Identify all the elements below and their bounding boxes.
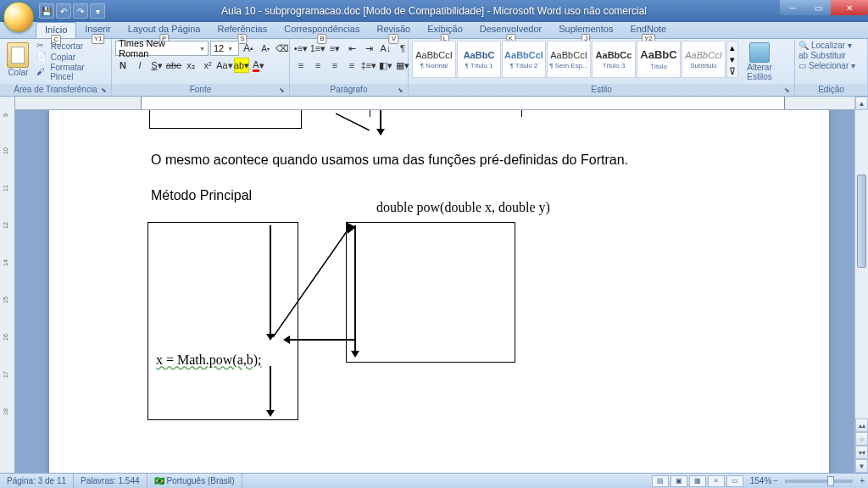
horizontal-ruler[interactable] — [15, 97, 868, 110]
multilevel-button[interactable]: ≡▾ — [327, 41, 342, 56]
font-size-combo[interactable]: 12▼ — [210, 41, 239, 56]
browse-object-button[interactable]: ○ — [855, 432, 868, 446]
document-page[interactable]: O mesmo acontece quando usamos uma das f… — [49, 110, 829, 473]
drawing-line — [336, 110, 387, 130]
underline-button[interactable]: S▾ — [149, 58, 164, 73]
fullscreen-view-button[interactable]: ▣ — [670, 475, 687, 487]
office-button[interactable] — [3, 2, 34, 32]
change-styles-button[interactable]: Alterar Estilos — [742, 41, 777, 81]
change-case-button[interactable]: Aa▾ — [217, 58, 232, 73]
tab-exibicao[interactable]: ExibiçãoL — [419, 22, 471, 38]
tab-desenvolvedor[interactable]: DesenvolvedorK — [471, 22, 550, 38]
drawing-line — [273, 222, 358, 339]
replace-button[interactable]: abSubstituir — [798, 51, 855, 60]
next-page-button[interactable]: ▾▾ — [855, 446, 868, 459]
shrink-font-button[interactable]: A▾ — [258, 41, 273, 56]
zoom-out-button[interactable]: − — [773, 476, 778, 485]
draft-view-button[interactable]: ▭ — [726, 475, 743, 487]
decrease-indent-button[interactable]: ⇤ — [344, 41, 359, 56]
qat-more[interactable]: ▾ — [90, 3, 105, 19]
find-button[interactable]: 🔍Localizar ▾ — [798, 41, 855, 50]
clipboard-dialog-launcher[interactable]: ⬊ — [101, 86, 109, 95]
superscript-button[interactable]: x² — [200, 58, 215, 73]
styles-gallery: AaBbCcI¶ Normal AaBbC¶ Título 1 AaBbCcI¶… — [412, 41, 738, 78]
maximize-button[interactable]: ▭ — [805, 0, 831, 15]
style-normal[interactable]: AaBbCcI¶ Normal — [412, 41, 456, 78]
paste-button[interactable]: Colar — [3, 41, 33, 77]
line-spacing-button[interactable]: ‡≡▾ — [361, 58, 376, 73]
qat-undo[interactable]: ↶ — [56, 3, 71, 19]
scissors-icon: ✂ — [36, 41, 48, 51]
tab-revisao[interactable]: RevisãoV — [368, 22, 419, 38]
qat-redo[interactable]: ↷ — [73, 3, 88, 19]
print-layout-view-button[interactable]: ▤ — [652, 475, 669, 487]
shading-button[interactable]: ◧▾ — [378, 58, 393, 73]
tab-layout[interactable]: Layout da PáginaP — [120, 22, 209, 38]
clear-formatting-button[interactable]: ⌫ — [275, 41, 290, 56]
drawing-box-func — [346, 222, 515, 363]
subscript-button[interactable]: x₂ — [183, 58, 198, 73]
justify-button[interactable]: ≡ — [344, 58, 359, 73]
style-titulo2[interactable]: AaBbCcI¶ Título 2 — [502, 41, 546, 78]
tab-correspondencias[interactable]: CorrespondênciasB — [275, 22, 368, 38]
prev-page-button[interactable]: ▴▴ — [855, 419, 868, 432]
style-titulo1[interactable]: AaBbC¶ Título 1 — [457, 41, 501, 78]
numbering-button[interactable]: 1≡▾ — [310, 41, 326, 56]
styles-more-button[interactable]: ▴▾⊽ — [726, 41, 738, 78]
drawing-arrow — [270, 366, 271, 413]
paragraph-dialog-launcher[interactable]: ⬊ — [398, 86, 406, 95]
highlight-button[interactable]: ab▾ — [234, 58, 249, 73]
format-painter-button[interactable]: 🖌Formatar Pincel — [36, 63, 108, 81]
increase-indent-button[interactable]: ⇥ — [361, 41, 376, 56]
align-center-button[interactable]: ≡ — [310, 58, 326, 73]
scroll-thumb[interactable] — [857, 175, 866, 268]
tab-inserir[interactable]: InserirY1 — [76, 22, 120, 38]
grow-font-button[interactable]: A▴ — [241, 41, 256, 56]
align-right-button[interactable]: ≡ — [327, 58, 342, 73]
align-left-button[interactable]: ≡ — [293, 58, 309, 73]
style-titulo3[interactable]: AaBbCcTítulo 3 — [592, 41, 636, 78]
style-subtitulo[interactable]: AaBbCcISubtítulo — [682, 41, 726, 78]
bullets-button[interactable]: •≡▾ — [293, 41, 309, 56]
italic-button[interactable]: I — [132, 58, 147, 73]
flag-icon: 🇧🇷 — [154, 476, 164, 485]
styles-dialog-launcher[interactable]: ⬊ — [784, 86, 793, 95]
web-view-button[interactable]: ▦ — [689, 475, 706, 487]
status-language[interactable]: 🇧🇷Português (Brasil) — [147, 474, 242, 488]
copy-icon: 📄 — [36, 52, 48, 62]
font-name-combo[interactable]: Times New Roman▼ — [115, 41, 209, 56]
style-sem-esp[interactable]: AaBbCcI¶ Sem Esp... — [547, 41, 591, 78]
zoom-slider[interactable] — [785, 480, 853, 483]
status-words[interactable]: Palavras: 1.544 — [74, 474, 147, 488]
vertical-ruler[interactable]: 9 10 11 12 14 15 16 17 18 — [0, 97, 15, 473]
qat-save[interactable]: 💾 — [39, 3, 54, 19]
strikethrough-button[interactable]: abe — [166, 58, 181, 73]
minimize-button[interactable]: ─ — [780, 0, 805, 15]
bold-button[interactable]: N — [115, 58, 131, 73]
clipboard-icon — [7, 42, 29, 68]
sort-button[interactable]: A↓ — [378, 41, 393, 56]
close-button[interactable]: ✕ — [831, 0, 868, 15]
scroll-up-button[interactable]: ▲ — [855, 97, 868, 110]
select-icon: ▭ — [798, 61, 806, 70]
tab-inicio[interactable]: InícioC — [36, 22, 76, 38]
svg-line-0 — [336, 114, 370, 130]
tab-referencias[interactable]: ReferênciasS — [209, 22, 276, 38]
status-page[interactable]: Página: 3 de 11 — [0, 474, 74, 488]
arrowhead-icon — [266, 410, 275, 417]
scroll-down-button[interactable]: ▼ — [855, 459, 868, 473]
vertical-scrollbar[interactable]: ▲ ▴▴ ○ ▾▾ ▼ — [854, 97, 868, 473]
cut-button[interactable]: ✂Recortar — [36, 41, 108, 51]
zoom-level[interactable]: 154% — [750, 476, 772, 485]
style-titulo[interactable]: AaBbCTítulo — [637, 41, 681, 78]
outline-view-button[interactable]: ≡ — [708, 475, 725, 487]
tab-suplementos[interactable]: SuplementosJ — [550, 22, 621, 38]
select-button[interactable]: ▭Selecionar ▾ — [798, 61, 855, 70]
font-color-button[interactable]: A▾ — [251, 58, 266, 73]
drawing-box — [370, 110, 522, 117]
font-dialog-launcher[interactable]: ⬊ — [279, 86, 287, 95]
doc-paragraph: O mesmo acontece quando usamos uma das f… — [151, 151, 727, 169]
zoom-in-button[interactable]: + — [860, 476, 865, 485]
copy-button[interactable]: 📄Copiar — [36, 52, 108, 62]
tab-endnote[interactable]: EndNoteY2 — [621, 22, 675, 38]
